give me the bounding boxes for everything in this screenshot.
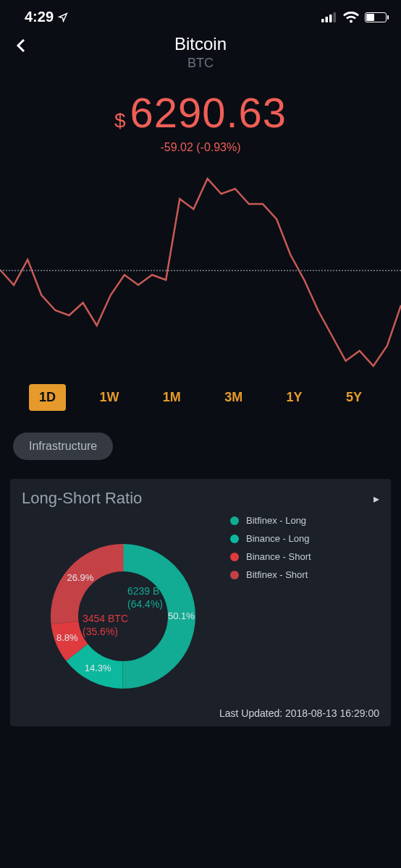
back-button[interactable] [13,37,30,54]
donut-chart: 50.1% 14.3% 8.8% 26.9% 6239 BTC (64.4%) … [22,515,224,703]
legend-dot [230,571,239,579]
asset-symbol: BTC [0,56,401,71]
status-time: 4:29 [25,9,54,25]
header: Bitcoin BTC [0,31,401,72]
legend-item: Bitfinex - Long [230,515,379,526]
range-tab-5y[interactable]: 5Y [336,384,372,411]
price-value: 6290.63 [130,88,287,137]
legend-dot [230,516,239,525]
legend-item: Binance - Long [230,533,379,544]
slice-label-binance-long: 14.3% [85,663,111,673]
legend-dot [230,553,239,561]
asset-name: Bitcoin [0,34,401,54]
legend-dot [230,535,239,543]
price-currency: $ [114,109,126,132]
legend-label: Binance - Short [246,551,311,562]
range-tabs: 1D1W1M3M1Y5Y [0,371,401,411]
wifi-icon [343,12,359,23]
range-tab-1m[interactable]: 1M [153,384,191,411]
caret-right-icon: ▸ [373,492,379,506]
svg-rect-3 [334,12,337,22]
svg-rect-2 [329,14,332,22]
slice-label-binance-short: 8.8% [56,632,78,643]
legend-item: Bitfinex - Short [230,569,379,580]
chart-mean-line [0,270,401,271]
center-short: 3454 BTC (35.6%) [83,612,128,638]
legend: Bitfinex - LongBinance - LongBinance - S… [224,515,379,703]
center-long: 6239 BTC (64.4%) [127,584,173,610]
long-short-panel[interactable]: Long-Short Ratio ▸ 50.1% 14.3% 8.8% 26.9… [10,479,391,726]
battery-icon [365,12,387,22]
panel-title: Long-Short Ratio [22,489,379,508]
range-tab-3m[interactable]: 3M [214,384,253,411]
legend-label: Bitfinex - Long [246,515,306,526]
slice-label-bitfinex-short: 26.9% [67,572,93,583]
price-block: $ 6290.63 -59.02 (-0.93%) [0,88,401,154]
price-change: -59.02 (-0.93%) [0,141,401,154]
svg-rect-1 [326,17,329,22]
legend-item: Binance - Short [230,551,379,562]
legend-label: Bitfinex - Short [246,569,308,580]
location-icon [58,12,68,22]
range-tab-1d[interactable]: 1D [29,384,66,411]
legend-label: Binance - Long [246,533,309,544]
range-tab-1y[interactable]: 1Y [277,384,313,411]
category-chip[interactable]: Infrastructure [13,433,113,460]
cellular-icon [321,12,337,23]
price-chart[interactable] [0,169,401,371]
status-bar: 4:29 [0,0,401,31]
range-tab-1w[interactable]: 1W [89,384,129,411]
svg-rect-0 [321,19,324,22]
slice-label-bitfinex-long: 50.1% [168,610,195,621]
last-updated: Last Updated: 2018-08-13 16:29:00 [22,707,379,719]
